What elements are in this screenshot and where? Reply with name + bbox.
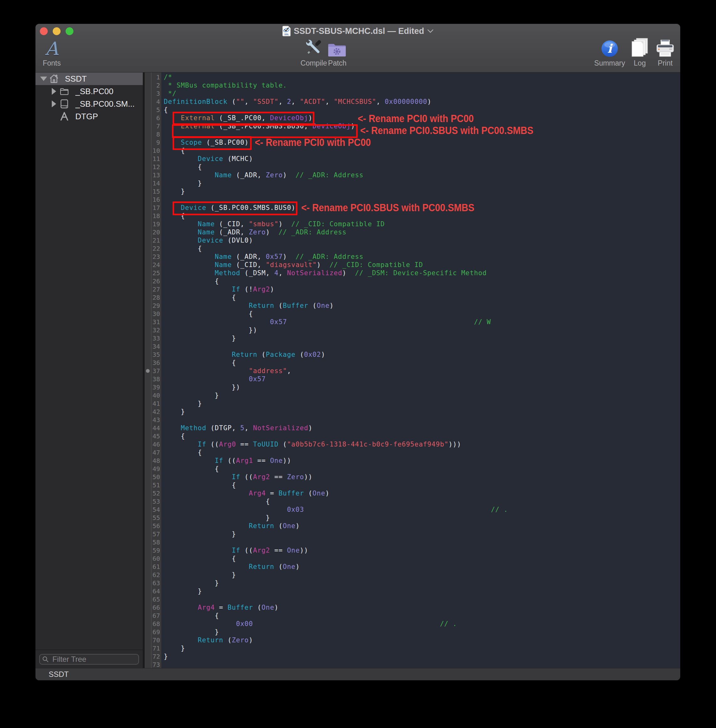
folder-icon <box>58 86 70 97</box>
code-lines: /* * SMBus compatibility table. */Defini… <box>164 73 508 668</box>
home-icon <box>48 73 60 84</box>
annotation-box <box>173 202 297 215</box>
code-line: } <box>164 514 508 522</box>
line-number: 4 <box>152 98 160 106</box>
line-number: 26 <box>152 277 160 285</box>
code-line: Arg4 = Buffer (One) <box>164 489 508 497</box>
code-line: Name (_CID, "diagsvault") // _CID: Compa… <box>164 261 508 269</box>
toolbar: DSL SSDT-SBUS-MCHC.dsl — Edited A Fonts <box>35 24 680 73</box>
line-number: 13 <box>152 171 160 179</box>
line-number: 64 <box>152 587 160 595</box>
line-number: 43 <box>152 416 160 424</box>
line-number: 72 <box>152 652 160 661</box>
code-line <box>164 538 508 546</box>
traffic-lights <box>40 27 73 35</box>
code-line: Return (One) <box>164 563 508 571</box>
line-number: 66 <box>152 604 160 611</box>
code-line <box>164 416 508 424</box>
line-number: 21 <box>152 236 160 244</box>
code-line: { <box>164 432 508 440</box>
code-line: { <box>164 310 508 318</box>
line-number: 61 <box>152 563 160 571</box>
code-line: Return (One) <box>164 522 508 530</box>
code-line: 0x03 // . <box>164 505 508 514</box>
fonts-button[interactable]: A Fonts <box>35 36 71 70</box>
code-line: If ((Arg2 == One)) <box>164 546 508 555</box>
line-number: 28 <box>152 293 160 302</box>
line-number: 60 <box>152 555 160 563</box>
code-line: } <box>164 334 508 342</box>
line-number: 11 <box>152 155 160 163</box>
code-line: }) <box>164 326 508 334</box>
line-number: 2 <box>152 81 160 89</box>
code-line: } <box>164 391 508 399</box>
filter-bar <box>35 649 143 668</box>
tree: SSDT_SB.PC00_SB.PC00.SM...DTGP <box>35 73 143 123</box>
code-line <box>164 661 508 668</box>
main-content: SSDT_SB.PC00_SB.PC00.SM...DTGP 12 <box>35 73 680 668</box>
code-line: } <box>164 187 508 196</box>
sidebar-item-label: _SB.PC00 <box>75 86 113 96</box>
filter-tree-input[interactable] <box>39 654 139 664</box>
annotation-label: <- Rename PCI0.SBUS with PC00.SMBS <box>360 123 533 137</box>
line-number: 22 <box>152 244 160 253</box>
close-button[interactable] <box>40 27 48 35</box>
code-editor[interactable]: /* * SMBus compatibility table. */Defini… <box>161 73 680 668</box>
annotation-box <box>173 136 252 150</box>
line-number: 23 <box>152 253 160 261</box>
code-line: Device (DVL0) <box>164 236 508 244</box>
line-number: 44 <box>152 424 160 432</box>
log-label: Log <box>634 59 646 67</box>
fonts-icon: A <box>45 36 58 58</box>
line-number: 6 <box>152 114 160 122</box>
patch-button[interactable]: Patch <box>319 36 356 70</box>
tools-icon <box>58 111 70 122</box>
line-number: 53 <box>152 497 160 505</box>
code-line: Name (_CID, "smbus") // _CID: Compatible… <box>164 220 508 228</box>
line-number: 58 <box>152 538 160 546</box>
summary-label: Summary <box>594 59 625 67</box>
line-number: 25 <box>152 269 160 277</box>
code-line: 0x57 // W <box>164 318 508 326</box>
print-label: Print <box>658 59 672 67</box>
title-chevron-down-icon[interactable] <box>427 29 434 33</box>
sidebar-item-label: _SB.PC00.SM... <box>75 99 135 109</box>
annotation-label: <- Rename PCI0.SBUS with PC00.SMBS <box>301 200 475 214</box>
line-number: 62 <box>152 571 160 579</box>
code-line: } <box>164 179 508 187</box>
breakpoint-margin[interactable] <box>145 73 152 668</box>
line-number: 41 <box>152 399 160 408</box>
print-button[interactable]: Print <box>646 36 680 70</box>
code-line: If ((Arg1 == One)) <box>164 457 508 465</box>
disclosure-triangle-icon[interactable] <box>40 77 47 81</box>
code-line: { <box>164 293 508 302</box>
code-line: Arg4 = Buffer (One) <box>164 604 508 611</box>
minimize-button[interactable] <box>53 27 61 35</box>
code-line: /* <box>164 73 508 81</box>
disclosure-triangle-icon[interactable] <box>50 100 58 107</box>
code-line: } <box>164 408 508 416</box>
line-number: 14 <box>152 179 160 187</box>
line-number: 40 <box>152 391 160 399</box>
document-proxy-icon[interactable]: DSL <box>282 26 291 36</box>
status-breadcrumb: SSDT <box>49 670 69 679</box>
code-line: Return (Package (0x02) <box>164 350 508 359</box>
editor-gutter: 1234567891011121314151617181920212223242… <box>145 73 161 668</box>
line-number: 29 <box>152 302 160 310</box>
disclosure-triangle-icon[interactable] <box>50 88 58 95</box>
code-line: Return (Buffer (One) <box>164 302 508 310</box>
zoom-button[interactable] <box>65 27 73 35</box>
code-line: Name (_ADR, Zero) // _ADR: Address <box>164 228 508 236</box>
line-number: 9 <box>152 138 160 147</box>
line-number: 20 <box>152 228 160 236</box>
sidebar-item-sb-pc00-sm[interactable]: _SB.PC00.SM... <box>35 98 143 110</box>
line-number: 17 <box>152 204 160 212</box>
code-line: Return (Zero) <box>164 636 508 644</box>
line-number: 24 <box>152 261 160 269</box>
sidebar-item-dtgp[interactable]: DTGP <box>35 110 143 123</box>
sidebar-item-ssdt[interactable]: SSDT <box>35 73 143 85</box>
window-title: SSDT-SBUS-MCHC.dsl — Edited <box>294 26 424 36</box>
sidebar-item-sb-pc00[interactable]: _SB.PC00 <box>35 85 143 98</box>
line-number: 70 <box>152 636 160 644</box>
line-number: 39 <box>152 383 160 391</box>
